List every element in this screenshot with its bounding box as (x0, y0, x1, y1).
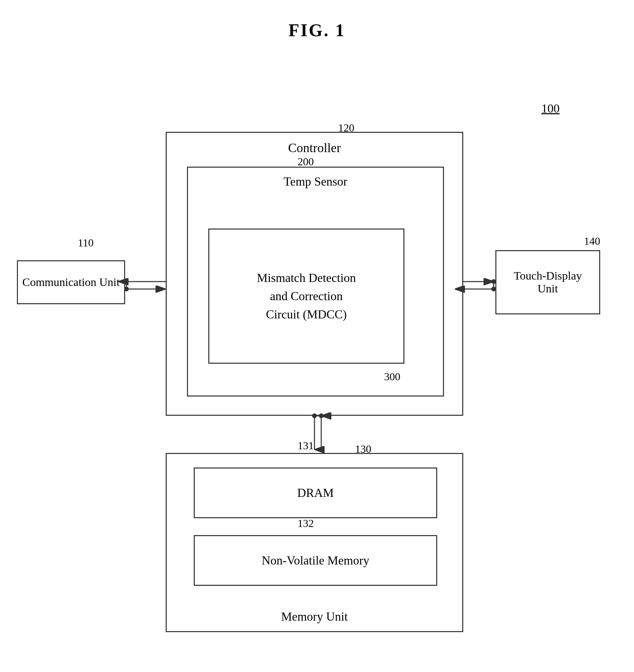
temp-sensor-box: Temp Sensor Mismatch Detectionand Correc… (187, 167, 444, 397)
ref-130: 130 (355, 443, 371, 455)
controller-box: Controller Temp Sensor Mismatch Detectio… (166, 132, 463, 416)
ref-140: 140 (584, 235, 600, 247)
diagram-container: FIG. 1 100 Communication Unit 110 Contro… (0, 0, 634, 672)
temp-sensor-label: Temp Sensor (284, 174, 347, 189)
memory-unit-box: Memory Unit DRAM Non-Volatile Memory (166, 453, 463, 632)
nvm-box: Non-Volatile Memory (194, 535, 437, 586)
nvm-label: Non-Volatile Memory (262, 553, 369, 568)
touch-display-label: Touch-DisplayUnit (514, 269, 582, 295)
communication-unit-label: Communication Unit (22, 276, 120, 289)
ref-110: 110 (78, 237, 94, 249)
ref-100: 100 (541, 101, 560, 116)
dram-label: DRAM (297, 486, 334, 500)
ref-132: 132 (298, 517, 314, 530)
ref-120: 120 (338, 122, 354, 134)
mdcc-box: Mismatch Detectionand CorrectionCircuit … (208, 229, 404, 364)
communication-unit-box: Communication Unit (17, 260, 125, 304)
figure-title: FIG. 1 (288, 20, 345, 40)
ref-300: 300 (384, 370, 400, 383)
ref-131: 131 (298, 439, 314, 452)
ref-200: 200 (298, 155, 314, 168)
mdcc-label: Mismatch Detectionand CorrectionCircuit … (257, 269, 356, 323)
memory-unit-label: Memory Unit (281, 609, 348, 624)
dram-box: DRAM (194, 467, 437, 518)
controller-label: Controller (288, 140, 341, 155)
touch-display-box: Touch-DisplayUnit (495, 250, 600, 314)
